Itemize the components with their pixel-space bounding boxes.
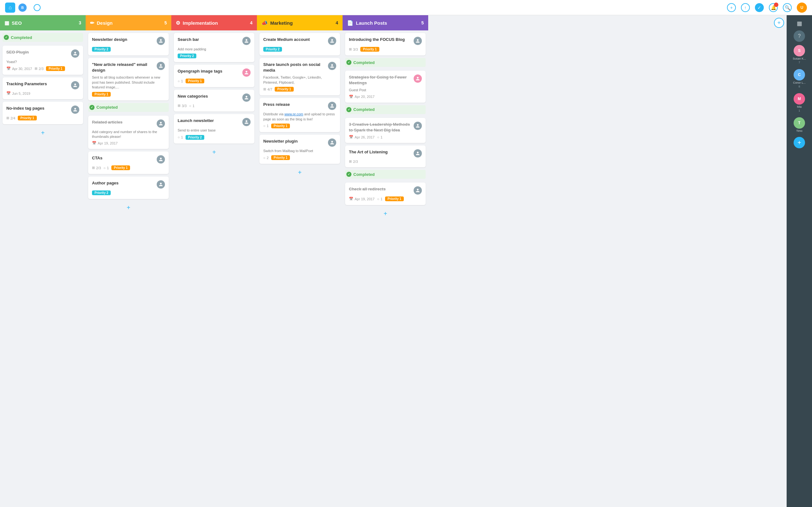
card-header: Opengraph image tags [177,68,251,77]
card-title: "New article released" email design [92,62,154,73]
card-avatar [414,37,422,45]
card-seo-plugin[interactable]: SEO Plugin Yoast? 📅Apr 30, 2017⊞2/3Prior… [3,46,83,75]
sidebar-user-mia[interactable]: M Mia 1 [792,91,806,114]
sidebar-user-conor[interactable]: C Conor L... 8 [792,67,807,90]
card-date: 📅Apr 20, 2017 [349,95,374,99]
column-title-seo: SEO [12,20,79,26]
calendar-icon: 📅 [6,91,11,95]
card-comments: ○2 [263,156,269,160]
card-opengraph[interactable]: Opengraph image tags ○1Priority 1 [174,65,254,87]
add-column-icon[interactable]: + [774,18,784,28]
comment-icon: ○ [177,135,180,139]
column-body-seo: ✓ Completed SEO Plugin Yoast? 📅Apr 30, 2… [0,31,86,507]
card-newsletter-design[interactable]: Newsletter design Priority 2 [88,33,169,55]
card-header: 3 Creative Leadership Methods to Spark t… [349,122,422,133]
card-avatar [157,37,165,45]
card-press-release[interactable]: Press release Distribute via www.pr.com … [259,98,340,132]
calendar-icon: 📅 [349,197,353,201]
sidebar-user-timo[interactable]: T Timo [792,115,806,134]
upload-nav-icon[interactable]: ↑ [741,3,750,12]
info-icon[interactable] [34,4,41,11]
pr-link[interactable]: www.pr.com [285,112,303,116]
card-avatar [414,149,422,158]
susank-name: Susan K... [793,57,806,60]
card-create-medium[interactable]: Create Medium account Priority 2 [259,33,340,55]
calendar-icon: 📅 [349,95,353,99]
column-title-marketing: Marketing [270,20,336,26]
card-header: Check all redirects [349,186,422,194]
card-header: "New article released" email design [92,62,165,73]
card-footer: ⊞2/4Priority 1 [6,116,79,120]
add-card-button-implementation[interactable]: + [174,146,254,158]
card-search-bar[interactable]: Search bar Add more padding Priority 2 [174,33,254,62]
card-ctas[interactable]: CTAs ⊞2/3○1Priority 1 [88,152,169,174]
bell-nav-icon[interactable]: 🔔 [769,3,778,12]
add-card-button-seo[interactable]: + [3,127,83,139]
add-card-button-launchposts[interactable]: + [345,208,426,220]
add-card-button-marketing[interactable]: + [259,166,340,179]
card-comments: ○1 [177,79,183,83]
card-title: Press release [263,102,325,107]
card-creative-leadership[interactable]: 3 Creative Leadership Methods to Spark t… [345,118,426,143]
column-body-marketing: Create Medium account Priority 2 Share l… [257,31,343,507]
user-avatar[interactable]: U [797,3,807,13]
completed-label: Completed [353,60,374,65]
card-author-pages[interactable]: Author pages Priority 2 [88,176,169,199]
mia-count: 1 [798,109,800,112]
card-description: Add more padding [177,47,251,52]
search-nav-icon[interactable]: 🔍 [783,3,792,12]
card-new-categories[interactable]: New categories ⊞3/3○1 [174,90,254,112]
card-footer: ⊞2/3○1Priority 1 [92,165,165,170]
card-header: Search bar [177,37,251,45]
top-nav: ⌂ B + ↑ ✓ 🔔 🔍 U [0,0,812,15]
card-date: 📅Apr 19, 2017 [349,197,374,201]
timo-name: Timo [796,129,803,132]
card-avatar [157,119,165,128]
card-check-redirects[interactable]: Check all redirects 📅Apr 19, 2017○1Prior… [345,182,426,205]
add-card-button-design[interactable]: + [88,202,169,214]
card-footer: ○1Priority 1 [177,78,251,83]
card-header: SEO Plugin [6,49,79,58]
card-header: Strategies for Going to Fewer Meetings [349,74,422,86]
column-title-design: Design [97,20,164,26]
card-share-launch[interactable]: Share launch posts on social media Faceb… [259,58,340,95]
card-subtitle: Guest Post [349,88,422,93]
card-new-article-email[interactable]: "New article released" email design Sent… [88,58,169,101]
card-date: 📅Jun 5, 2019 [6,91,31,95]
card-title: Strategies for Going to Fewer Meetings [349,74,411,86]
column-count-implementation: 4 [250,20,252,25]
card-description: Sent to all blog subscribers whenever a … [92,75,165,90]
card-title: Search bar [177,37,240,43]
card-introducing-focus[interactable]: Introducing the FOCUS Blog ⊞3/3Priority … [345,33,426,55]
card-newsletter-plugin[interactable]: Newsletter plugin Switch from Mailbag to… [259,135,340,164]
card-art-of-listening[interactable]: The Art of Listening ⊞2/3 [345,146,426,167]
priority-badge: Priority 1 [275,87,293,92]
card-launch-newsletter[interactable]: Launch newsletter Send to entire user ba… [174,114,254,143]
priority-badge: Priority 1 [46,66,65,71]
add-nav-icon[interactable]: + [727,3,736,12]
sidebar-user-susank[interactable]: S Susan K... 7 [792,43,807,66]
card-strategies-meetings[interactable]: Strategies for Going to Fewer Meetings G… [345,71,426,103]
unassigned-icon[interactable]: ? [794,31,805,42]
column-implementation: ⚙ Implementation 4 Search bar Add more p… [171,15,257,507]
sidebar-add-user-button[interactable]: + [794,137,805,148]
check-nav-icon[interactable]: ✓ [755,3,764,12]
card-avatar [414,186,422,194]
add-column-button[interactable]: + [771,15,786,507]
column-header-marketing: 📣 Marketing 4 [257,15,343,31]
priority-badge: Priority 1 [111,165,130,170]
card-avatar [157,62,165,70]
project-name[interactable]: B [18,3,31,12]
card-noindex-tag[interactable]: No-index tag pages ⊞2/4Priority 1 [3,102,83,124]
card-related-articles[interactable]: Related articles Add category and number… [88,116,169,149]
card-comments: ○1 [103,166,109,170]
card-footer: ⊞3/3Priority 1 [349,47,422,52]
card-avatar [414,122,422,130]
completed-dot: ✓ [346,172,351,177]
home-icon[interactable]: ⌂ [5,3,15,13]
card-tracking-params[interactable]: Tracking Parameters 📅Jun 5, 2019 [3,77,83,99]
card-avatar [71,49,79,58]
board-toggle[interactable]: ▦ [794,18,805,29]
main-layout: ▦ SEO 3 ✓ Completed SEO Plugin Yoast? 📅A… [0,15,812,507]
completed-section-header: ✓ Completed [3,33,83,42]
